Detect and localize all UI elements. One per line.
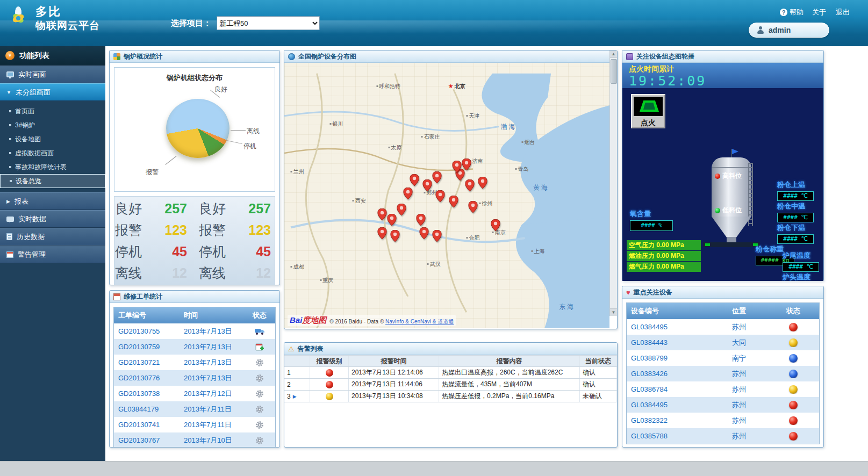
sidebar: ▼ 功能列表 实时画面 ▼ 未分组画面 首页面 3#锅炉 设备地图 虚拟数据画面… (0, 46, 105, 461)
scroll-up-button[interactable]: ▲ (610, 51, 617, 58)
workorder-status-icon (243, 405, 276, 414)
panel-title: 锅炉概况统计 (124, 52, 162, 61)
table-row[interactable]: GD20130759 2013年7月13日 (114, 339, 275, 355)
map-pin[interactable] (397, 204, 406, 217)
table-row[interactable]: GD20130721 2013年7月13日 (114, 355, 275, 370)
map-pin[interactable] (468, 201, 477, 214)
table-row[interactable]: GL0384495 苏州 (627, 397, 819, 413)
stat-value: 257 (233, 198, 278, 219)
map-pin[interactable] (420, 227, 429, 241)
ignition-button[interactable]: 点火 (631, 94, 665, 128)
table-row[interactable]: GL0384443 大同 (627, 335, 819, 350)
map-pin[interactable] (452, 161, 461, 174)
sidebar-subitem-boiler3[interactable]: 3#锅炉 (0, 118, 105, 132)
table-row[interactable]: GD20130767 2013年7月10日 (114, 432, 275, 448)
table-row[interactable]: 2 2013年7月13日 11:44:06 热媒流量低，435M，当前407M … (284, 379, 617, 391)
stat-label: 离线 (195, 263, 233, 283)
stat-value: 123 (233, 220, 278, 240)
panel-title: 重点关注设备 (634, 288, 672, 297)
map-pin[interactable] (436, 190, 445, 204)
map-sea-label: 渤海 (500, 122, 517, 131)
sidebar-title: 功能列表 (19, 51, 49, 61)
sidebar-item-reports[interactable]: ▶ 报表 (0, 192, 105, 210)
ignition-indicator (634, 97, 663, 116)
table-row[interactable]: GD20130738 2013年7月12日 (114, 386, 275, 401)
sidebar-header[interactable]: ▼ 功能列表 (0, 46, 105, 66)
map-scrollbar[interactable]: ▲ ▼ (609, 51, 617, 316)
table-row[interactable]: GL0382322 苏州 (627, 413, 819, 428)
map-pin[interactable] (377, 227, 386, 241)
table-row[interactable]: GL0384495 苏州 (627, 319, 819, 335)
user-name: admin (769, 26, 791, 34)
page: 多比 物联网云平台 选择项目： 新工程50 ? 帮助 关于 退出 admin ▼… (0, 0, 868, 476)
map-canvas[interactable]: Bai度地图 © 2016 Baidu - Data © NavInfo & C… (284, 63, 609, 328)
table-row[interactable]: GD20130741 2013年7月11日 (114, 417, 275, 432)
sidebar-item-alert-mgmt[interactable]: 警告管理 (0, 246, 105, 263)
map-city-label: 烟台 (521, 139, 535, 146)
map-city-label: 呼和浩特 (376, 83, 400, 90)
alarm-table: 报警级别 报警时间 报警内容 当前状态 1 2013年7月13日 12:14:0… (284, 355, 617, 402)
sidebar-subitem-device-overview[interactable]: 设备总览 (0, 174, 105, 188)
map-pin[interactable] (417, 214, 426, 227)
sidebar-subitem-home[interactable]: 首页面 (0, 104, 105, 118)
map-pin[interactable] (377, 208, 386, 222)
map-pin[interactable] (390, 230, 399, 243)
sidebar-item-label: 报表 (15, 197, 28, 206)
map-sea-label: 黄海 (533, 183, 549, 192)
map-copyright-links[interactable]: NavInfo & CenNavi & 道道通 (385, 319, 454, 324)
sidebar-item-history-data[interactable]: 历史数据 (0, 228, 105, 246)
scada-diagram: 点火时间累计 19:52:09 点火 高料位 低料位 (622, 63, 823, 281)
table-row[interactable]: 1 2013年7月13日 12:14:06 热媒出口温度高报，260C，当前温度… (284, 367, 617, 379)
sidebar-subitem-device-map[interactable]: 设备地图 (0, 132, 105, 146)
low-level-indicator: 低料位 (715, 206, 742, 215)
brand-name: 多比 (35, 4, 100, 19)
sidebar-subitem-virtual-data[interactable]: 虚拟数据画面 (0, 146, 105, 160)
alarm-level-icon (326, 369, 333, 377)
table-row[interactable]: GL0386784 苏州 (627, 381, 819, 397)
table-header-row: 设备编号 位置 状态 (627, 303, 819, 319)
sidebar-item-realtime-data[interactable]: 实时数据 (0, 210, 105, 228)
logout-link[interactable]: 退出 (836, 8, 850, 17)
pie-label-offline: 离线 (247, 127, 260, 136)
device-status-icon (789, 370, 798, 378)
scroll-thumb[interactable] (611, 59, 617, 84)
map-pin[interactable] (410, 174, 419, 187)
map-pin[interactable] (478, 177, 487, 190)
high-level-icon (715, 174, 720, 179)
table-row[interactable]: GD20130755 2013年7月13日 (114, 323, 275, 339)
sidebar-item-ungrouped[interactable]: ▼ 未分组画面 (0, 83, 105, 101)
table-row[interactable]: GL0383426 苏州 (627, 366, 819, 381)
table-row[interactable]: GL0388799 南宁 (627, 350, 819, 366)
map-pin[interactable] (403, 187, 412, 201)
sidebar-item-realtime-screen[interactable]: 实时画面 (0, 66, 105, 83)
sidebar-item-label: 警告管理 (18, 250, 46, 259)
table-row[interactable]: GD20130776 2013年7月13日 (114, 370, 275, 386)
table-row[interactable]: 3▶ 2013年7月13日 10:34:08 热媒压差低报，0.2MPa，当前0… (284, 391, 617, 402)
map-pin[interactable] (465, 179, 474, 193)
scroll-down-button[interactable]: ▼ (610, 308, 617, 316)
stat-label: 良好 (111, 198, 149, 219)
stat-value: 45 (233, 241, 278, 262)
realtime-data-icon (6, 217, 14, 222)
about-link[interactable]: 关于 (812, 8, 826, 17)
table-row[interactable]: GL0385788 苏州 (627, 428, 819, 444)
table-header-row: 工单编号 时间 状态 (114, 307, 275, 323)
stat-value: 12 (149, 263, 195, 283)
help-link[interactable]: ? 帮助 (780, 8, 804, 17)
gas-pressure: 燃气压力 0.00 MPa (627, 262, 701, 272)
panel-title: 维修工单统计 (124, 292, 162, 301)
map-pin[interactable] (433, 230, 442, 243)
map-pin[interactable] (491, 219, 500, 233)
table-row[interactable]: GL03844179 2013年7月11日 (114, 401, 275, 417)
user-badge[interactable]: admin (749, 23, 829, 38)
map-pin[interactable] (449, 196, 458, 209)
panel-header: 锅炉概况统计 (110, 51, 279, 63)
device-status-icon (789, 338, 798, 347)
sidebar-subitem-fault-stats[interactable]: 事故和故障统计表 (0, 160, 105, 174)
map-pin[interactable] (387, 214, 396, 227)
device-status-icon (789, 323, 798, 331)
stat-label: 停机 (195, 241, 233, 262)
map-pin[interactable] (433, 171, 442, 185)
map-pin[interactable] (423, 179, 432, 193)
project-select[interactable]: 新工程50 (217, 16, 320, 30)
